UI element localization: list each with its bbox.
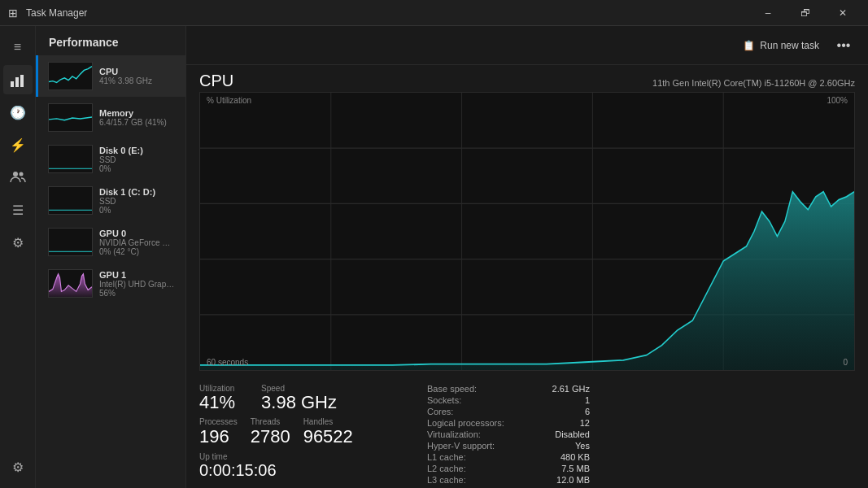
handles-block: Handles 96522: [303, 417, 353, 447]
sidebar-item-settings[interactable]: ⚙: [3, 452, 33, 481]
cores-key: Cores:: [427, 407, 453, 416]
svg-rect-0: [11, 81, 14, 87]
disk0-pct: 0%: [99, 164, 176, 173]
right-panel: 📋 Run new task ••• CPU 11th Gen Intel(R)…: [186, 26, 868, 488]
header-actions: 📋 Run new task •••: [736, 34, 855, 57]
detail-basespeed: Base speed: 2.61 GHz: [427, 384, 590, 394]
uptime-label: Up time: [199, 452, 427, 461]
basespeed-key: Base speed:: [427, 384, 477, 394]
gpu1-sub: Intel(R) UHD Graphics: [99, 280, 176, 289]
sidebar-item-startup[interactable]: ⚡: [3, 130, 33, 159]
run-task-label: Run new task: [760, 40, 819, 51]
svg-rect-1: [15, 77, 19, 87]
disk1-thumbnail: [48, 186, 93, 215]
graph-time-label: 60 seconds: [207, 358, 248, 367]
title-bar-left: ⊞ Task Manager: [7, 7, 87, 20]
cpu-name: CPU: [99, 67, 176, 76]
threads-block: Threads 2780: [251, 417, 290, 447]
cpu-graph: % Utilization 100% 60 seconds 0: [199, 92, 855, 371]
window-controls: – 🗗 ✕: [749, 0, 861, 26]
l1-key: L1 cache:: [427, 452, 466, 462]
cores-val: 6: [585, 407, 590, 416]
graph-min-label: 0: [843, 358, 848, 367]
basespeed-val: 2.61 GHz: [552, 384, 590, 394]
app-body: ≡ 🕐 ⚡ ☰ ⚙ ⚙ Performance: [0, 26, 868, 488]
run-new-task-button[interactable]: 📋 Run new task: [736, 37, 826, 54]
disk1-name: Disk 1 (C: D:): [99, 187, 176, 197]
title-bar: ⊞ Task Manager – 🗗 ✕: [0, 0, 868, 26]
sidebar-item-details[interactable]: ☰: [3, 195, 33, 224]
disk1-info: Disk 1 (C: D:) SSD 0%: [99, 187, 176, 215]
hyperv-key: Hyper-V support:: [427, 441, 495, 451]
disk0-sub: SSD: [99, 155, 176, 164]
memory-thumbnail: [48, 103, 93, 132]
gpu0-sub: NVIDIA GeForce RTX...: [99, 238, 176, 247]
minimize-button[interactable]: –: [749, 0, 787, 26]
resource-item-disk0[interactable]: Disk 0 (E:) SSD 0%: [36, 138, 185, 180]
sockets-val: 1: [585, 395, 590, 405]
sidebar-item-users[interactable]: [3, 163, 33, 192]
gpu0-name: GPU 0: [99, 229, 176, 238]
processes-label: Processes: [199, 417, 238, 426]
right-details: Base speed: 2.61 GHz Sockets: 1 Cores: 6…: [427, 384, 590, 485]
gpu1-thumbnail: [48, 269, 93, 298]
run-task-icon: 📋: [743, 40, 755, 51]
stats-details-row: Utilization 41% Speed 3.98 GHz Processes…: [186, 377, 868, 488]
threads-label: Threads: [251, 417, 290, 426]
graph-max-label: 100%: [827, 96, 848, 105]
cpu-info: CPU 41% 3.98 GHz: [99, 67, 176, 85]
gpu1-name: GPU 1: [99, 270, 176, 280]
hyperv-val: Yes: [575, 441, 590, 451]
svg-point-3: [13, 172, 18, 176]
util-speed-row: Utilization 41% Speed 3.98 GHz: [199, 384, 427, 412]
svg-marker-14: [200, 192, 854, 370]
sidebar-item-performance[interactable]: [3, 65, 33, 94]
detail-virtualization: Virtualization: Disabled: [427, 429, 590, 439]
speed-value: 3.98 GHz: [261, 393, 337, 412]
icon-sidebar: ≡ 🕐 ⚡ ☰ ⚙ ⚙: [0, 26, 36, 488]
detail-l2: L2 cache: 7.5 MB: [427, 464, 590, 473]
left-stats: Utilization 41% Speed 3.98 GHz Processes…: [199, 384, 427, 485]
svg-point-4: [19, 172, 23, 176]
handles-label: Handles: [303, 417, 353, 426]
uptime-value: 0:00:15:06: [199, 461, 427, 480]
detail-logical: Logical processors: 12: [427, 418, 590, 428]
disk1-sub: SSD: [99, 197, 176, 206]
gpu1-info: GPU 1 Intel(R) UHD Graphics 56%: [99, 270, 176, 298]
cpu-sub: 41% 3.98 GHz: [99, 76, 176, 85]
handles-value: 96522: [303, 426, 353, 447]
cpu-thumbnail: [48, 62, 93, 90]
resource-item-memory[interactable]: Memory 6.4/15.7 GB (41%): [36, 97, 185, 138]
logical-key: Logical processors:: [427, 418, 504, 428]
processes-block: Processes 196: [199, 417, 238, 447]
cpu-model: 11th Gen Intel(R) Core(TM) i5-11260H @ 2…: [652, 78, 855, 88]
resource-item-gpu0[interactable]: GPU 0 NVIDIA GeForce RTX... 0% (42 °C): [36, 221, 185, 263]
graph-utilization-label: % Utilization: [207, 96, 251, 105]
sockets-key: Sockets:: [427, 395, 461, 405]
threads-value: 2780: [251, 426, 290, 447]
resource-item-disk1[interactable]: Disk 1 (C: D:) SSD 0%: [36, 180, 185, 221]
disk0-name: Disk 0 (E:): [99, 146, 176, 155]
virt-val: Disabled: [555, 429, 590, 439]
gpu0-info: GPU 0 NVIDIA GeForce RTX... 0% (42 °C): [99, 229, 176, 256]
cpu-graph-svg: [200, 93, 854, 370]
memory-info: Memory 6.4/15.7 GB (41%): [99, 108, 176, 127]
l3-val: 12.0 MB: [556, 475, 590, 485]
restore-button[interactable]: 🗗: [787, 0, 824, 26]
sidebar-item-history[interactable]: 🕐: [3, 98, 33, 127]
resource-item-cpu[interactable]: CPU 41% 3.98 GHz: [36, 55, 185, 97]
more-options-button[interactable]: •••: [832, 34, 855, 57]
close-button[interactable]: ✕: [824, 0, 861, 26]
uptime-block: Up time 0:00:15:06: [199, 452, 427, 480]
resource-item-gpu1[interactable]: GPU 1 Intel(R) UHD Graphics 56%: [36, 263, 185, 304]
sidebar-item-services[interactable]: ⚙: [3, 228, 33, 257]
right-panel-header: 📋 Run new task •••: [186, 26, 868, 65]
cpu-title: CPU: [199, 72, 233, 90]
app-title: Task Manager: [26, 7, 87, 19]
sidebar-item-hamburger[interactable]: ≡: [3, 33, 33, 62]
left-panel: Performance CPU 41% 3.98 GHz Memory: [36, 26, 186, 488]
l2-val: 7.5 MB: [561, 464, 590, 473]
memory-name: Memory: [99, 108, 176, 118]
gpu0-thumbnail: [48, 228, 93, 256]
l3-key: L3 cache:: [427, 475, 466, 485]
